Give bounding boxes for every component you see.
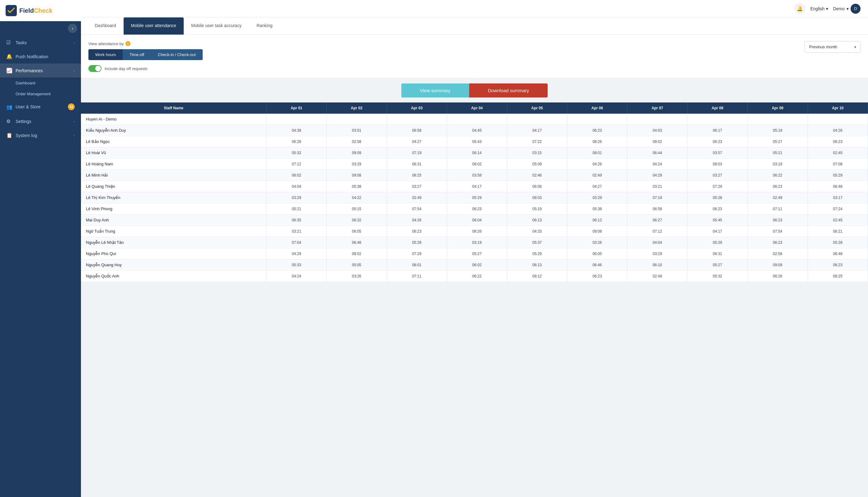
cell-staff-name: Lê Vinh Phong [81,203,266,215]
cell-r10-c1: 06:05 [327,226,387,237]
sidebar-item-push-notification[interactable]: 🔔 Push Notification [0,49,81,63]
logo: FieldCheck [0,0,81,21]
cell-r5-c9: 05:29 [808,170,868,181]
cell-r5-c0: 06:02 [266,170,327,181]
notification-bell-button[interactable]: 🔔 [794,3,806,14]
cell-r1-c3: 04:45 [447,125,507,136]
download-summary-button[interactable]: Download summary [469,83,548,98]
include-dayoff-label: Include day off requests [105,66,148,71]
col-header-apr03: Apr 03 [387,102,447,114]
main-content: 🔔 English ▾ Demo ▾ D Dashboard Mobile us… [81,0,868,497]
cell-r2-c4: 07:22 [507,136,567,147]
cell-r3-c4: 03:15 [507,147,567,158]
cell-r7-c5: 03:29 [567,192,627,203]
cell-r1-c9: 04:26 [808,125,868,136]
sidebar-item-settings[interactable]: ⚙ Settings › [0,114,81,128]
table-row: Lê Quang Thiện04:0405:3803:2704:1706:060… [81,181,868,192]
sidebar-collapse[interactable]: ‹ [0,21,81,36]
cell-r3-c8: 05:21 [748,147,808,158]
cell-r2-c3: 05:43 [447,136,507,147]
view-summary-button[interactable]: View summary [401,83,469,98]
cell-r7-c7: 05:28 [688,192,748,203]
time-off-button[interactable]: Time-off [123,49,151,60]
sidebar-item-system-log[interactable]: 📋 System log › [0,128,81,142]
cell-r12-c4: 05:29 [507,248,567,259]
cell-r0-c7 [688,114,748,125]
cell-r4-c2: 06:31 [387,158,447,170]
cell-r11-c1: 06:48 [327,237,387,248]
cell-r10-c3: 08:26 [447,226,507,237]
cell-r13-c6: 06:10 [627,259,688,271]
col-header-apr02: Apr 02 [327,102,387,114]
sidebar-item-dashboard[interactable]: Dashboard [0,77,81,88]
table-row: Lê Thị Kim Thuyền03:2904:2202:4905:2908:… [81,192,868,203]
sidebar-item-tasks[interactable]: ☑ Tasks › [0,36,81,49]
period-select[interactable]: Previous month Current month Last 7 days… [805,41,860,53]
tab-mobile-user-task-accuracy[interactable]: Mobile user task accuracy [184,17,249,34]
sidebar-item-user-store[interactable]: 👥 User & Store 43 [0,99,81,114]
view-attendance-label: View attendance by i [88,41,203,46]
cell-staff-name: Mai Duy Anh [81,215,266,226]
cell-r4-c4: 05:09 [507,158,567,170]
bell-icon: 🔔 [6,54,12,59]
cell-r7-c3: 05:29 [447,192,507,203]
table-header-row: Staff Name Apr 01 Apr 02 Apr 03 Apr 04 A… [81,102,868,114]
checkin-checkout-button[interactable]: Check-in / Check-out [151,49,202,60]
cell-r12-c9: 06:48 [808,248,868,259]
cell-r9-c4: 06:13 [507,215,567,226]
action-buttons-row: View summary Download summary [81,79,868,102]
language-label: English [810,6,825,11]
tab-dashboard[interactable]: Dashboard [87,17,124,34]
cell-r5-c8: 06:22 [748,170,808,181]
cell-r5-c6: 04:29 [627,170,688,181]
cell-r1-c4: 04:17 [507,125,567,136]
users-icon: 👥 [6,104,12,110]
info-icon: i [126,41,130,46]
work-hours-button[interactable]: Work hours [88,49,123,60]
cell-r3-c1: 09:09 [327,147,387,158]
include-dayoff-row: Include day off requests [88,65,203,72]
filter-left: View attendance by i Work hours Time-off… [88,41,203,72]
tab-mobile-user-attendance[interactable]: Mobile user attendance [124,17,184,34]
tasks-icon: ☑ [6,40,12,45]
table-row: Kiều Nguyễn Anh Duy04:3803:5106:5804:450… [81,125,868,136]
cell-r9-c1: 06:32 [327,215,387,226]
language-selector[interactable]: English ▾ [810,6,828,11]
attendance-table-container: Staff Name Apr 01 Apr 02 Apr 03 Apr 04 A… [81,102,868,288]
cell-r11-c7: 05:29 [688,237,748,248]
cell-r5-c3: 03:58 [447,170,507,181]
cell-r2-c0: 06:28 [266,136,327,147]
cell-r3-c0: 05:32 [266,147,327,158]
collapse-circle-icon[interactable]: ‹ [68,24,77,33]
cell-r14-c3: 06:22 [447,271,507,282]
language-chevron-icon: ▾ [826,6,828,11]
cell-r7-c1: 04:22 [327,192,387,203]
cell-r13-c3: 06:02 [447,259,507,271]
include-dayoff-toggle[interactable] [88,65,101,72]
cell-r2-c7: 06:23 [688,136,748,147]
cell-r11-c8: 06:23 [748,237,808,248]
cell-r12-c7: 06:31 [688,248,748,259]
cell-r1-c1: 03:51 [327,125,387,136]
tasks-chevron-icon: › [73,41,75,44]
cell-r2-c6: 08:02 [627,136,688,147]
cell-r14-c1: 03:26 [327,271,387,282]
tab-ranking[interactable]: Ranking [249,17,280,34]
cell-r13-c2: 08:01 [387,259,447,271]
cell-r4-c9: 07:08 [808,158,868,170]
user-menu[interactable]: Demo ▾ D [833,4,860,14]
period-select-wrapper[interactable]: Previous month Current month Last 7 days… [805,41,860,53]
cell-r6-c4: 06:06 [507,181,567,192]
table-row: Lê Bảo Ngọc06:2802:5804:2705:4307:2208:2… [81,136,868,147]
cell-r10-c5: 09:08 [567,226,627,237]
cell-r8-c1: 05:15 [327,203,387,215]
cell-r4-c1: 03:29 [327,158,387,170]
cell-staff-name: Lê Bảo Ngọc [81,136,266,147]
sidebar-item-performances[interactable]: 📈 Performances › [0,63,81,77]
cell-r4-c0: 07:12 [266,158,327,170]
sidebar-item-order-management[interactable]: Order Management [0,88,81,99]
cell-r7-c6: 07:19 [627,192,688,203]
cell-r7-c8: 02:49 [748,192,808,203]
table-row: Nguyễn Quang Huy05:3305:0508:0106:0206:1… [81,259,868,271]
cell-r0-c6 [627,114,688,125]
